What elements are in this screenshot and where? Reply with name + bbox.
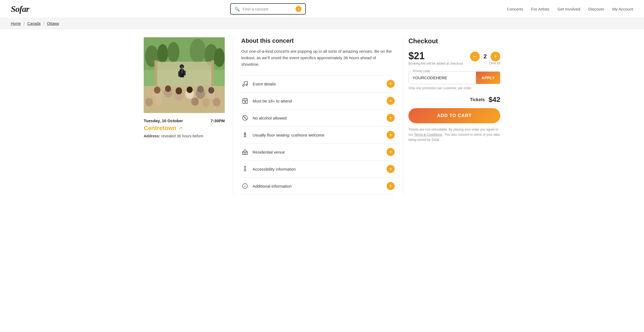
location-dot: ▾ [296,6,301,12]
detail-label-age: Must be 18+ to attend [253,99,292,103]
booking-fee-note: Booking fee will be added at checkout [408,62,463,65]
promo-section: Promo code ✕ APPLY Only one promotion pe… [408,71,500,91]
event-image: Sofar [144,37,225,113]
svg-rect-39 [243,99,247,104]
svg-point-42 [244,132,246,134]
about-description: Our one-of-a-kind concerts are popping u… [241,48,395,68]
event-meta: Tuesday, 10 October 7:30PM Centretown ↗ … [144,118,225,138]
concert-scene-svg: Sofar [144,37,225,113]
promo-label: Promo code [412,69,431,73]
svg-point-29 [208,87,214,94]
svg-point-4 [167,42,179,62]
promo-clear-button[interactable]: ✕ [474,75,478,81]
external-link-icon[interactable]: ↗ [179,126,182,131]
breadcrumb: Home / Canada / Ottawa [0,18,644,29]
event-date-time: Tuesday, 10 October 7:30PM [144,118,225,123]
promo-code-input[interactable] [409,72,476,84]
apply-promo-button[interactable]: APPLY [476,72,500,84]
expand-age[interactable]: + [387,97,395,105]
logo[interactable]: Sofar [11,4,29,14]
detail-item-seating: Usually floor seating: cushions welcome … [241,126,395,143]
svg-rect-9 [155,60,157,89]
expand-seating[interactable]: + [387,131,395,139]
no-alcohol-icon [241,114,249,122]
detail-item-venue: Residential venue + [241,143,395,160]
terms-text: Tickets are non-refundable. By placing y… [408,127,500,143]
svg-rect-17 [182,67,182,73]
svg-point-25 [165,85,171,92]
svg-point-24 [154,87,160,94]
expand-accessibility[interactable]: + [387,165,395,173]
detail-label-no-alcohol: No alcohol allowed [253,116,287,120]
expand-no-alcohol[interactable]: + [387,114,395,122]
svg-point-32 [191,98,199,106]
svg-point-37 [243,85,244,86]
detail-label-seating: Usually floor seating: cushions welcome [253,133,324,137]
about-title: About this concert [241,37,395,44]
add-to-cart-button[interactable]: ADD TO CART [408,108,500,123]
info-icon [241,182,249,190]
detail-item-age: Must be 18+ to attend + [241,92,395,109]
detail-item-no-alcohol: No alcohol allowed + [241,109,395,126]
detail-label-additional: Additional information [253,184,291,188]
svg-point-3 [157,44,168,63]
breadcrumb-home[interactable]: Home [11,21,21,26]
search-icon: 🔍 [234,6,240,12]
checkout-title: Checkout [408,37,500,45]
nav-concerts[interactable]: Concerts [507,7,523,11]
svg-point-28 [197,86,204,93]
nav-for-artists[interactable]: For Artists [531,7,549,11]
detail-item-event-details: Event details + [241,75,395,92]
breadcrumb-ottawa[interactable]: Ottawa [47,21,59,26]
address-value: revealed 36 hours before [161,134,203,138]
detail-label-venue: Residential venue [253,150,285,154]
svg-line-41 [243,116,247,120]
expand-venue[interactable]: + [387,148,395,156]
nav-my-account[interactable]: My Account [612,7,633,11]
seating-icon [241,131,249,139]
nav-discover[interactable]: Discover [588,7,604,11]
detail-label-accessibility: Accessibility information [253,167,296,171]
search-bar[interactable]: 🔍 Find a concert ▾ [230,3,306,15]
promo-note: Only one promotion per customer, per ord… [408,86,500,91]
quantity-control: − 2 + [470,52,500,61]
middle-column: About this concert Our one-of-a-kind con… [233,37,403,195]
tickets-total-price: $42 [489,95,500,104]
header: Sofar 🔍 Find a concert ▾ Concerts For Ar… [0,0,644,18]
decrease-quantity-button[interactable]: − [470,52,480,61]
event-address: Address: revealed 36 hours before [144,134,225,138]
expand-event-details[interactable]: + [387,80,395,88]
main-nav: Concerts For Artists Get Involved Discov… [507,7,633,11]
breadcrumb-canada[interactable]: Canada [27,21,41,26]
ticket-price: $21 [408,50,463,62]
svg-point-5 [190,39,206,63]
svg-rect-15 [178,71,180,77]
event-location[interactable]: Centretown ↗ [144,125,225,132]
svg-point-33 [202,99,209,107]
event-time: 7:30PM [210,118,225,123]
search-input-text: Find a concert [243,7,293,11]
event-date: Tuesday, 10 October [144,118,183,123]
main-content: Sofar Tuesday, 10 October 7:30PM Centret… [133,29,511,203]
home-icon [241,148,249,156]
increase-quantity-button[interactable]: + [491,52,500,61]
accessibility-icon [241,165,249,173]
terms-link[interactable]: Terms & Conditions [414,133,442,137]
quantity-display: 2 [484,53,487,60]
price-quantity-row: $21 Booking fee will be added at checkou… [408,50,500,67]
svg-rect-10 [211,60,214,89]
svg-point-34 [213,98,220,107]
nav-get-involved[interactable]: Get Involved [558,7,580,11]
detail-label-event-details: Event details [253,82,276,86]
svg-point-7 [214,48,225,67]
promo-input-wrap: ✕ APPLY [408,71,500,84]
tickets-total-row: Tickets $42 [408,95,500,104]
svg-rect-43 [243,152,247,154]
svg-point-38 [246,84,247,86]
detail-item-additional: Additional information + [241,177,395,195]
detail-list: Event details + Must be 18+ to attend + [241,75,395,195]
expand-additional[interactable]: + [387,182,395,190]
breadcrumb-sep-2: / [43,21,45,26]
location-name: Centretown [144,125,176,132]
address-label: Address: [144,134,160,138]
